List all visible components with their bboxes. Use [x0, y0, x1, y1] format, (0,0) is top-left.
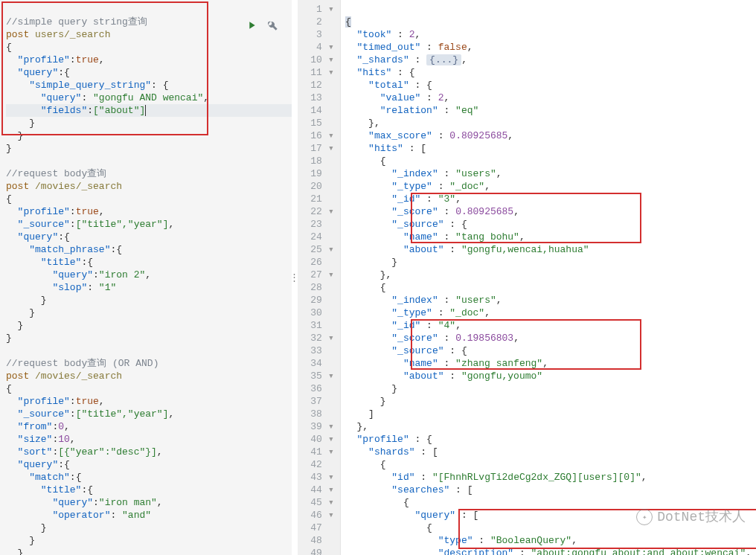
key: "_index": [391, 168, 438, 179]
right-result-panel: 1▾234▾10▾11▾1213141516▾17▾1819202122▾232…: [298, 0, 756, 555]
string: "iron man": [99, 497, 157, 508]
key: "query": [41, 92, 82, 103]
key: "match_phrase": [29, 244, 110, 255]
number: 0.80925685: [449, 130, 507, 141]
key: "_type": [391, 307, 432, 318]
string: "gongfu AND wencai": [93, 92, 203, 103]
bool: true: [76, 206, 99, 217]
key: "sort": [18, 446, 53, 458]
number: 0.80925685: [455, 206, 513, 217]
http-method: post: [6, 370, 29, 382]
key: "searches": [391, 484, 449, 495]
splitter[interactable]: ⋮: [292, 0, 298, 555]
key: "title": [41, 484, 82, 495]
key: "hits": [368, 143, 403, 154]
string: "_doc": [449, 307, 484, 318]
key: "from": [18, 421, 53, 432]
key: "name": [403, 358, 438, 369]
key: "type": [438, 535, 473, 546]
url-path: users/_search: [35, 29, 110, 40]
key: "value": [380, 92, 421, 103]
string: "tang bohu": [455, 231, 519, 243]
key: "profile": [18, 206, 70, 217]
key: "slop": [52, 282, 87, 293]
bool: true: [76, 396, 99, 407]
key: "_score": [391, 333, 438, 344]
key: "_source": [391, 345, 443, 356]
number: 10: [58, 434, 70, 445]
watermark-text: DotNet技术人: [657, 511, 746, 524]
string: "4": [438, 320, 455, 331]
key: "total": [368, 80, 409, 91]
key: "shards": [368, 446, 414, 458]
string: "and": [122, 510, 151, 521]
string: ["about"]: [93, 105, 145, 116]
key: "profile": [18, 396, 70, 407]
http-method: post: [6, 181, 29, 192]
key: "_index": [391, 295, 438, 306]
string: "BooleanQuery": [490, 535, 571, 546]
http-method: post: [6, 29, 29, 40]
key: "about": [403, 370, 444, 382]
key: "query": [415, 510, 456, 521]
key: "hits": [356, 67, 391, 78]
key: "_source": [18, 408, 70, 420]
key: "took": [356, 29, 391, 40]
key: "fields": [41, 105, 87, 116]
watermark: ✦ DotNet技术人: [636, 509, 746, 525]
key: "about": [403, 244, 444, 255]
string: "_doc": [449, 181, 484, 192]
string: "3": [438, 193, 455, 205]
bool: true: [76, 54, 99, 65]
play-icon[interactable]: [246, 19, 257, 35]
key: "operator": [52, 510, 110, 521]
key: "_type": [391, 181, 432, 192]
left-editor-panel[interactable]: //simple query string查询 post users/_sear…: [0, 0, 292, 555]
key: "_shards": [356, 54, 409, 65]
url-path: /movies/_search: [35, 370, 122, 382]
bool: false: [438, 42, 467, 53]
result-json: { "took" : 2, "timed_out" : false, "_sha…: [345, 16, 752, 555]
string: "[FhnhRLvgTi2deCg2dx_ZGQ][users][0]": [432, 472, 641, 483]
key: "description": [438, 548, 513, 555]
wechat-icon: ✦: [636, 509, 653, 525]
code-right[interactable]: { "took" : 2, "timed_out" : false, "_sha…: [341, 0, 756, 555]
number: 0: [58, 421, 64, 432]
string: "eq": [455, 105, 478, 116]
comment: //request body查询 (OR AND): [6, 358, 158, 369]
key: "query": [18, 459, 59, 470]
string: ["title","year"]: [76, 219, 169, 230]
comment: //request body查询: [6, 168, 106, 179]
string: "zhang sanfeng": [455, 358, 542, 369]
key: "profile": [18, 54, 70, 65]
code-left[interactable]: //simple query string查询 post users/_sear…: [6, 3, 292, 555]
string: "about:gongfu about:and about:wencai": [531, 548, 746, 555]
number: 2: [409, 29, 415, 40]
key: "_source": [18, 219, 70, 230]
line-gutter: 1▾234▾10▾11▾1213141516▾17▾1819202122▾232…: [298, 0, 341, 555]
key: "timed_out": [356, 42, 420, 53]
wrench-icon[interactable]: [266, 19, 278, 35]
key: "relation": [380, 105, 438, 116]
key: "query": [18, 231, 59, 243]
string: "users": [455, 168, 496, 179]
key: "_source": [391, 219, 443, 230]
key: "simple_query_string": [29, 80, 151, 91]
key: "_id": [391, 193, 420, 205]
comment: //simple query string查询: [6, 16, 147, 28]
key: "_id": [391, 320, 420, 331]
string: ["title","year"]: [76, 408, 169, 420]
collapsed-badge[interactable]: {...}: [426, 54, 461, 65]
number: 0.19856803: [455, 333, 513, 344]
string: "gongfu,wencai,huahua": [461, 244, 589, 255]
string: [{"year":"desc"}]: [58, 446, 157, 458]
string: "users": [455, 295, 496, 306]
url-path: /movies/_search: [35, 181, 122, 192]
string: "iron 2": [99, 269, 145, 280]
string: "1": [99, 282, 116, 293]
key: "title": [41, 257, 82, 268]
key: "query": [18, 67, 59, 78]
key: "id": [391, 472, 414, 483]
key: "max_score": [368, 130, 432, 141]
string: "gongfu,youmo": [461, 370, 542, 382]
